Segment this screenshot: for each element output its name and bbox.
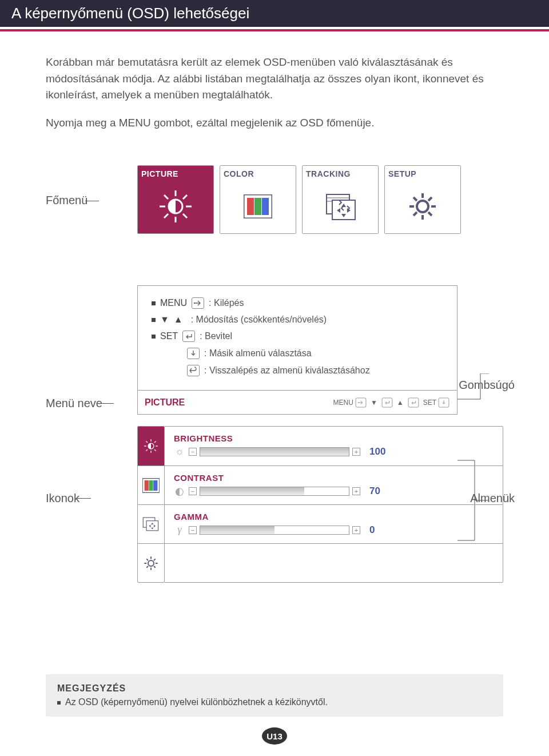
content-area: Korábban már bemutatásra került az eleme… <box>0 31 549 594</box>
slider-track[interactable] <box>200 487 349 495</box>
down-icon <box>187 348 200 359</box>
exit-icon <box>356 397 367 407</box>
enter-icon <box>381 397 392 407</box>
gamma-icon: γ <box>174 524 185 536</box>
connector-line <box>458 373 492 402</box>
svg-line-6 <box>183 214 187 218</box>
enter-icon <box>182 331 195 342</box>
legend-menu: MENU : Kilépés <box>152 297 443 309</box>
svg-line-8 <box>164 214 168 218</box>
svg-line-5 <box>164 195 168 199</box>
legend-box: MENU : Kilépés ▼ ▲ : Módosítás (csökkent… <box>137 285 458 415</box>
bullet-icon <box>152 318 156 322</box>
down-arrow-icon: ▼ <box>160 315 169 325</box>
svg-point-43 <box>148 560 154 566</box>
legend-set: SET : Bevitel <box>152 331 443 342</box>
plus-icon[interactable]: + <box>352 487 360 495</box>
slider-contrast: CONTRAST ◐ − + 70 <box>165 465 503 504</box>
svg-point-22 <box>194 303 195 304</box>
tab-tracking[interactable]: TRACKING <box>302 165 379 234</box>
legend-block: Menü neve MENU : Kilépés ▼ ▲ : Módosítás… <box>46 285 503 415</box>
minus-icon[interactable]: − <box>189 448 197 456</box>
side-icon-picture[interactable] <box>138 427 164 465</box>
svg-rect-36 <box>153 480 157 491</box>
back-icon <box>187 365 200 376</box>
svg-rect-11 <box>254 198 261 215</box>
slider-track[interactable] <box>200 448 349 456</box>
bullet-icon <box>152 301 156 305</box>
brightness-icon <box>141 183 210 230</box>
svg-rect-12 <box>262 198 269 215</box>
up-arrow-icon: ▲ <box>397 399 404 407</box>
detail-panel: BRIGHTNESS ☼ − + 100 CONTRAST ◐ − <box>137 426 503 583</box>
slider-gamma: GAMMA γ − + 0 <box>165 504 503 543</box>
slider-brightness: BRIGHTNESS ☼ − + 100 <box>165 427 503 465</box>
note-box: MEGJEGYZÉS Az OSD (képernyőmenü) nyelvei… <box>46 674 503 717</box>
plus-icon[interactable]: + <box>352 448 360 456</box>
svg-line-31 <box>154 441 156 443</box>
label-menuneve: Menü neve <box>46 397 137 410</box>
svg-point-21 <box>417 201 428 212</box>
tab-color[interactable]: COLOR <box>220 165 296 234</box>
legend-list: MENU : Kilépés ▼ ▲ : Módosítás (csökkent… <box>138 286 457 390</box>
svg-rect-35 <box>149 480 153 491</box>
slider-list: BRIGHTNESS ☼ − + 100 CONTRAST ◐ − <box>165 426 503 583</box>
note-text: Az OSD (képernyőmenü) nyelvei különbözhe… <box>57 697 492 707</box>
contrast-icon: ◐ <box>174 485 185 498</box>
down-arrow-icon: ▼ <box>371 399 377 407</box>
legend-back: : Visszalépés az almenü kiválasztásához <box>152 365 443 376</box>
svg-line-30 <box>154 449 156 451</box>
svg-line-32 <box>146 449 148 451</box>
minus-icon[interactable]: − <box>189 526 197 534</box>
page-number-badge: U13 <box>262 727 287 745</box>
tab-picture[interactable]: PICTURE <box>137 165 214 234</box>
legend-arrows: ▼ ▲ : Módosítás (csökkentés/növelés) <box>152 315 443 325</box>
side-icon-setup[interactable] <box>138 543 164 582</box>
svg-point-23 <box>358 402 359 403</box>
page-title: A képernyőmenü (OSD) lehetőségei <box>11 5 249 22</box>
sun-icon: ☼ <box>174 445 185 457</box>
svg-rect-34 <box>145 480 149 491</box>
page-title-bar: A képernyőmenü (OSD) lehetőségei <box>0 0 549 27</box>
slider-track[interactable] <box>200 526 349 534</box>
svg-line-29 <box>146 441 148 443</box>
side-icon-list <box>137 426 165 583</box>
intro-text: Korábban már bemutatásra került az eleme… <box>46 54 503 131</box>
exit-icon <box>192 297 204 309</box>
intro-p1: Korábban már bemutatásra került az eleme… <box>46 54 503 104</box>
intro-p2: Nyomja meg a MENU gombot, ezáltal megjel… <box>46 115 503 132</box>
menu-tabs: PICTURE <box>137 165 461 234</box>
side-icon-tracking[interactable] <box>138 504 164 543</box>
tracking-icon <box>306 183 375 230</box>
bullet-icon <box>57 701 61 705</box>
tab-setup[interactable]: SETUP <box>384 165 461 234</box>
minus-icon[interactable]: − <box>189 487 197 495</box>
label-ikonok: Ikonok <box>46 492 79 505</box>
enter-icon <box>408 397 419 407</box>
main-menu-row: Főmenü PICTURE <box>46 165 503 234</box>
legend-down: : Másik almenü választása <box>152 348 443 359</box>
color-bars-icon <box>224 183 292 230</box>
side-icon-color[interactable] <box>138 465 164 504</box>
svg-rect-10 <box>247 198 254 215</box>
gear-icon <box>388 183 457 230</box>
label-fomenu: Főmenü <box>46 165 137 207</box>
svg-line-7 <box>183 195 187 199</box>
down-icon <box>439 397 449 407</box>
plus-icon[interactable]: + <box>352 526 360 534</box>
up-arrow-icon: ▲ <box>174 315 183 325</box>
bullet-icon <box>152 335 156 339</box>
slider-empty <box>165 543 503 582</box>
legend-footer: PICTURE MENU ▼ ▲ SET <box>138 390 457 414</box>
